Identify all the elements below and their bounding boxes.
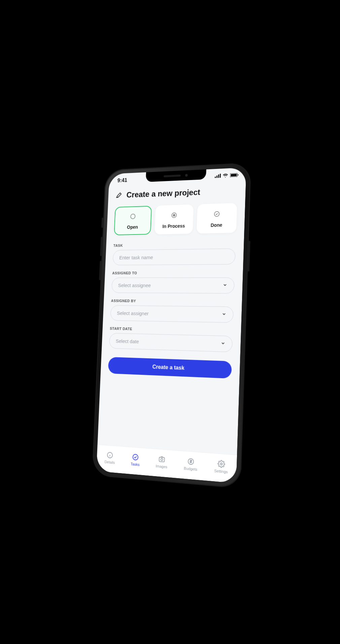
task-name-input[interactable]	[119, 254, 229, 260]
status-card-label: Done	[211, 222, 223, 228]
task-name-input-wrap[interactable]	[112, 248, 235, 265]
screen: 9:41	[96, 168, 246, 483]
create-task-button[interactable]: Create a task	[108, 357, 232, 379]
chevron-down-icon	[222, 312, 227, 318]
svg-rect-3	[220, 174, 221, 178]
status-card-done[interactable]: Done	[197, 203, 237, 234]
status-card-label: Open	[127, 224, 138, 230]
svg-point-7	[131, 214, 135, 219]
page-title: Create a new project	[126, 187, 200, 200]
tab-images[interactable]: Images	[156, 455, 168, 469]
tab-label: Settings	[214, 468, 228, 474]
assigned-to-placeholder: Select assignee	[118, 283, 151, 288]
signal-icon	[215, 173, 221, 179]
chevron-down-icon	[223, 283, 227, 288]
svg-rect-15	[159, 457, 164, 462]
tab-budgets[interactable]: Budgets	[184, 457, 198, 471]
task-label: TASK	[113, 242, 236, 248]
circle-dot-icon	[170, 212, 178, 220]
svg-rect-5	[231, 174, 237, 177]
assigned-to-label: ASSIGNED TO	[112, 271, 235, 275]
svg-point-9	[173, 214, 175, 216]
status-card-label: In Process	[162, 223, 185, 229]
battery-icon	[230, 172, 239, 179]
circle-check-icon	[213, 210, 220, 219]
status-time: 9:41	[117, 177, 127, 183]
tab-label: Images	[156, 464, 167, 469]
task-status-group: Open In Process Done	[114, 203, 237, 235]
assigned-by-select[interactable]: Select assigner	[110, 305, 234, 323]
svg-rect-4	[230, 173, 237, 177]
start-date-label: START DATE	[110, 326, 233, 333]
tab-label: Details	[104, 460, 115, 464]
assigned-by-label: ASSIGNED BY	[111, 299, 234, 304]
assigned-by-placeholder: Select assigner	[117, 310, 149, 316]
circle-empty-icon	[129, 213, 136, 221]
tab-settings[interactable]: Settings	[214, 459, 228, 474]
tab-label: Budgets	[184, 466, 197, 471]
svg-rect-6	[238, 174, 238, 176]
svg-rect-1	[216, 176, 217, 178]
svg-rect-0	[215, 177, 216, 178]
assigned-to-select[interactable]: Select assignee	[111, 278, 235, 294]
phone-mockup: 9:41	[92, 163, 251, 489]
svg-point-18	[220, 463, 222, 465]
start-date-select[interactable]: Select date	[109, 333, 233, 352]
status-card-open[interactable]: Open	[114, 206, 152, 236]
svg-point-16	[161, 458, 163, 461]
wifi-icon	[223, 173, 228, 179]
